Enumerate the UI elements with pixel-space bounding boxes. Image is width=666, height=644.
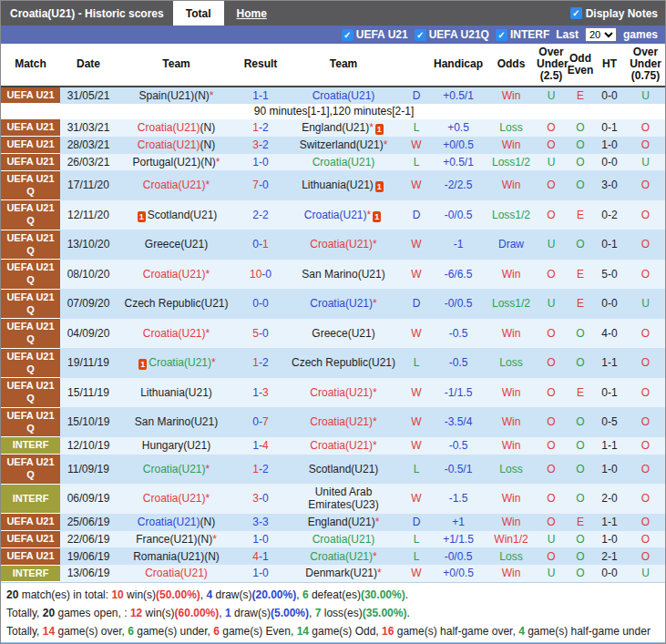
checkbox-checked-icon[interactable]: ✓	[496, 29, 507, 41]
match-row: UEFA U21Q04/09/20Croatia(U21)*5-0Greece(…	[1, 319, 666, 349]
result-letter: W	[402, 378, 431, 408]
half-time-score: 1-0	[595, 455, 624, 485]
away-team: San Marino(U21)	[285, 260, 402, 290]
team-name: San Marino(U21)	[135, 415, 218, 428]
half-time-score: 3-0	[595, 170, 624, 200]
over-under-075: O	[624, 547, 666, 565]
column-header-over-under-25: Over Under (2.5)	[537, 44, 566, 87]
filter-interf[interactable]: ✓ INTERF	[496, 28, 549, 41]
league-cell: UEFA U21Q	[1, 170, 60, 200]
match-score: 5-0	[236, 319, 285, 349]
league-badge: UEFA U21Q	[1, 200, 60, 230]
neutral-ground-flag: (N)	[198, 533, 213, 546]
filter-uefa-u21q[interactable]: ✓ UEFA U21Q	[415, 28, 489, 41]
odd-even: O	[566, 484, 595, 514]
filter-uefa-u21[interactable]: ✓ UEFA U21	[342, 28, 408, 41]
team-name: Croatia(U21)	[143, 268, 206, 281]
match-row: UEFA U2126/03/21Portugal(U21)(N)*1-0Croa…	[1, 154, 666, 171]
home-team: Spain(U21)(N)*	[117, 87, 236, 104]
summary-panel: 20 match(es) in total: 10 win(s)(50.00%)…	[1, 582, 665, 642]
away-team: England(U21)*	[285, 514, 402, 531]
odd-even: O	[566, 170, 595, 200]
league-badge: INTERF	[1, 437, 60, 454]
league-cell: UEFA U21	[1, 87, 60, 104]
result-letter: L	[402, 154, 431, 171]
match-score: 10-0	[236, 260, 285, 290]
odd-even: O	[566, 154, 595, 171]
over-under-25: U	[537, 230, 566, 260]
match-date: 13/06/19	[60, 565, 117, 582]
summary-segment: game(s) half-game under	[525, 625, 651, 638]
odds-result: Win	[486, 378, 537, 408]
match-row: UEFA U2122/06/19France(U21)(N)*1-0Croati…	[1, 531, 666, 548]
over-under-075: O	[624, 230, 666, 260]
checkbox-checked-icon[interactable]: ✓	[415, 29, 426, 41]
match-score: 4-1	[236, 547, 285, 565]
team-name: Croatia(U21)	[313, 156, 375, 169]
match-date: 26/03/21	[60, 154, 117, 171]
away-team: Scotland(U21)	[285, 455, 402, 485]
page: Croatia(U21) - Historic scores Total Hom…	[0, 0, 666, 644]
over-under-25: U	[537, 531, 566, 548]
match-row: UEFA U2131/03/21Croatia(U21)(N)1-2Englan…	[1, 119, 666, 137]
result-letter: W	[402, 260, 431, 290]
match-score: 1-4	[236, 437, 285, 455]
away-team: Croatia(U21)*	[285, 437, 402, 455]
home-team: Portugal(U21)(N)*	[117, 154, 236, 171]
team-name: Croatia(U21)	[143, 327, 206, 340]
team-name: Greece(U21)	[312, 327, 374, 340]
half-time-score: 4-0	[595, 319, 624, 349]
match-date: 06/09/19	[60, 484, 117, 514]
result-letter: D	[402, 87, 431, 104]
odds-result: Loss	[486, 455, 537, 485]
summary-segment: (5.00%)	[271, 607, 309, 619]
checkbox-checked-icon[interactable]: ✓	[342, 29, 353, 41]
display-notes-checkbox[interactable]: ✓	[570, 7, 582, 19]
star-marker: *	[210, 89, 214, 102]
odd-even: O	[566, 437, 595, 455]
column-header-team-away: Team	[285, 44, 402, 87]
match-score: 0-0	[236, 289, 285, 319]
result-letter: W	[402, 565, 431, 582]
summary-segment: ,	[309, 607, 315, 619]
result-letter: W	[402, 170, 431, 200]
handicap-value: -2/2.5	[431, 170, 486, 200]
tab-home[interactable]: Home	[224, 1, 280, 26]
match-row: UEFA U2125/06/19Croatia(U21)(N)3-3Englan…	[1, 514, 666, 531]
half-time-score: 1-1	[595, 437, 624, 455]
over-under-075: O	[624, 170, 666, 200]
away-team: Czech Republic(U21)	[285, 348, 402, 378]
team-name: Croatia(U21)	[313, 89, 375, 102]
league-cell: UEFA U21	[1, 154, 60, 171]
away-team: Croatia(U21)*	[285, 289, 402, 319]
match-date: 31/05/21	[60, 87, 117, 104]
star-marker: *	[211, 356, 216, 369]
home-team: 1Croatia(U21)*	[117, 348, 236, 378]
odd-even: O	[566, 565, 595, 582]
away-team: England(U21)*1	[285, 119, 402, 137]
summary-segment: match(es) in total:	[18, 588, 111, 601]
home-team: Croatia(U21)*	[117, 455, 236, 485]
over-under-25: O	[537, 200, 566, 230]
team-name: Croatia(U21)	[313, 533, 375, 546]
home-team: Hungary(U21)	[117, 437, 236, 455]
last-games-select[interactable]: 20	[585, 27, 617, 42]
odds-result: Win	[486, 87, 537, 104]
summary-segment: .	[405, 588, 408, 601]
away-team: Croatia(U21)	[285, 154, 402, 171]
column-header-over-under-075: Over Under (0.75)	[624, 44, 666, 87]
star-marker: *	[206, 463, 210, 475]
match-row: INTERF13/06/19Croatia(U21)1-0Denmark(U21…	[1, 565, 666, 582]
team-name: Romania(U21)	[133, 550, 204, 563]
over-under-25: U	[537, 289, 566, 319]
over-under-075: U	[624, 154, 666, 171]
over-under-25: O	[537, 547, 566, 565]
league-badge: UEFA U21	[1, 137, 60, 153]
summary-segment: win(s)	[142, 607, 174, 619]
star-marker: *	[373, 415, 377, 428]
tab-total[interactable]: Total	[173, 1, 224, 26]
team-name: Croatia(U21)	[143, 492, 206, 505]
over-under-075: O	[624, 319, 666, 349]
star-marker: *	[373, 297, 377, 310]
home-team: Croatia(U21)*	[117, 319, 236, 349]
